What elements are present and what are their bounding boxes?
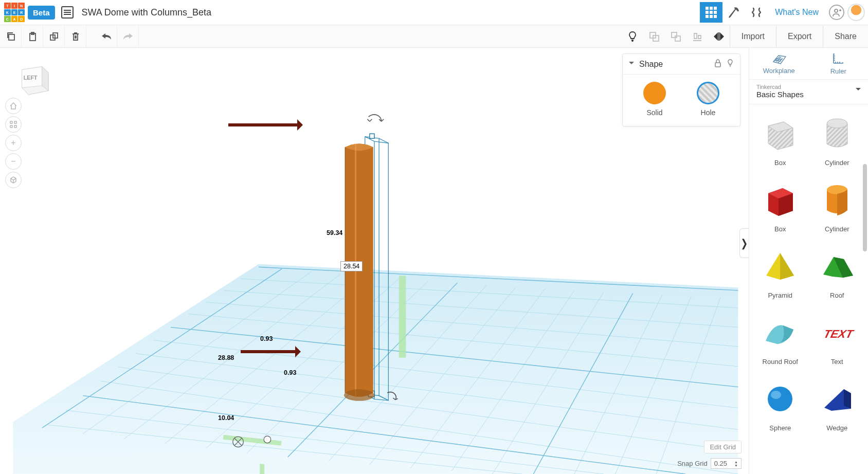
shapes-panel: Workplane Ruler Tinkercad Basic Shapes B… [749, 48, 868, 474]
workplane-tool[interactable]: Workplane [749, 48, 809, 79]
annotation-arrow-top [228, 123, 300, 126]
ruler-tool[interactable]: Ruler [809, 48, 869, 79]
svg-point-34 [827, 119, 847, 128]
svg-rect-27 [715, 63, 720, 67]
toolbar: Import Export Share [0, 25, 868, 48]
svg-rect-8 [672, 32, 677, 38]
svg-marker-40 [780, 253, 794, 280]
whats-new-link[interactable]: What's New [768, 8, 826, 17]
shape-text[interactable]: TEXT Text [811, 313, 863, 366]
user-avatar[interactable] [847, 4, 865, 21]
redo-button[interactable] [117, 26, 139, 47]
shape-round-roof[interactable]: Round Roof [754, 313, 806, 366]
svg-rect-20 [260, 464, 264, 474]
svg-point-24 [344, 389, 374, 401]
shape-box-red[interactable]: Box [754, 180, 806, 233]
shape-cylinder-orange[interactable]: Cylinder [811, 180, 863, 233]
snap-grid-control: Snap Grid 0.25 ▲▼ [677, 458, 742, 469]
shape-roof[interactable]: Roof [811, 246, 863, 299]
svg-point-0 [835, 9, 838, 12]
svg-point-44 [768, 387, 792, 411]
lock-icon[interactable] [714, 59, 721, 69]
code-blocks-icon[interactable] [745, 2, 768, 23]
edit-grid-button[interactable]: Edit Grid [704, 441, 742, 453]
svg-rect-9 [675, 36, 680, 41]
design-list-icon[interactable] [61, 6, 74, 19]
solid-label: Solid [646, 108, 662, 117]
title-bar-right: What's New [700, 2, 865, 23]
dimension-depth[interactable]: 28.88 [218, 354, 234, 361]
add-person-icon[interactable] [829, 5, 844, 20]
chevron-down-icon [856, 88, 861, 93]
duplicate-button[interactable] [43, 26, 65, 47]
paste-button[interactable] [22, 26, 43, 47]
dimension-extra[interactable]: 10.04 [218, 414, 234, 422]
inspector-title: Shape [639, 60, 709, 69]
dimension-width-1[interactable]: 0.93 [260, 335, 273, 342]
beta-badge: Beta [28, 6, 55, 20]
tinkercad-logo[interactable]: TIN KER CAD [4, 3, 25, 22]
blocks-mode-button[interactable] [700, 2, 722, 23]
svg-rect-22 [370, 134, 374, 138]
title-bar: TIN KER CAD Beta SWA Dome with Columns_B… [0, 0, 868, 25]
undo-button[interactable] [96, 26, 117, 47]
group-button[interactable] [643, 26, 665, 47]
svg-point-25 [264, 436, 271, 443]
cylinder-shape[interactable] [344, 143, 374, 400]
annotation-arrow-bottom [241, 350, 298, 353]
align-button[interactable] [686, 26, 708, 47]
shape-box-hole[interactable]: Box [754, 114, 806, 167]
hole-label: Hole [701, 108, 716, 117]
hole-swatch[interactable] [697, 82, 719, 104]
bulb-hint-icon[interactable] [727, 59, 734, 69]
bulb-icon[interactable] [622, 26, 643, 47]
svg-marker-18 [13, 264, 738, 474]
import-button[interactable]: Import [730, 26, 776, 47]
share-button[interactable]: Share [823, 26, 868, 47]
svg-marker-47 [844, 389, 851, 409]
dimension-z-offset[interactable]: 28.54 [340, 261, 363, 271]
delete-button[interactable] [65, 26, 86, 47]
snap-grid-value[interactable]: 0.25 ▲▼ [711, 458, 742, 469]
solid-swatch[interactable] [643, 82, 666, 104]
shape-wedge[interactable]: Wedge [811, 379, 863, 432]
shape-category-dropdown[interactable]: Tinkercad Basic Shapes [749, 80, 868, 104]
ungroup-button[interactable] [665, 26, 686, 47]
dimension-height[interactable]: 59.34 [327, 229, 342, 236]
collapse-caret-icon[interactable] [629, 62, 634, 67]
svg-rect-1 [9, 34, 14, 40]
svg-rect-21 [399, 276, 406, 357]
mirror-button[interactable] [708, 26, 730, 47]
svg-point-45 [771, 391, 781, 399]
shape-inspector: Shape Solid Hole [622, 53, 740, 126]
shape-cylinder-hole[interactable]: Cylinder [811, 114, 863, 167]
shape-sphere[interactable]: Sphere [754, 379, 806, 432]
scrollbar[interactable] [863, 164, 867, 251]
shape-grid: Box Cylinder Box Cylinder Pyramid Roof [749, 104, 868, 474]
copy-button[interactable] [0, 26, 22, 47]
svg-text:TEXT: TEXT [822, 327, 856, 340]
pickaxe-icon[interactable] [722, 2, 745, 23]
export-button[interactable]: Export [776, 26, 823, 47]
dimension-width-2[interactable]: 0.93 [284, 369, 296, 376]
document-title[interactable]: SWA Dome with Columns_Beta [82, 7, 211, 18]
shape-pyramid[interactable]: Pyramid [754, 246, 806, 299]
collapse-panel-handle[interactable]: ❭ [739, 228, 749, 258]
snap-grid-label: Snap Grid [677, 460, 708, 467]
tinkercad-app: TIN KER CAD Beta SWA Dome with Columns_B… [0, 0, 868, 474]
